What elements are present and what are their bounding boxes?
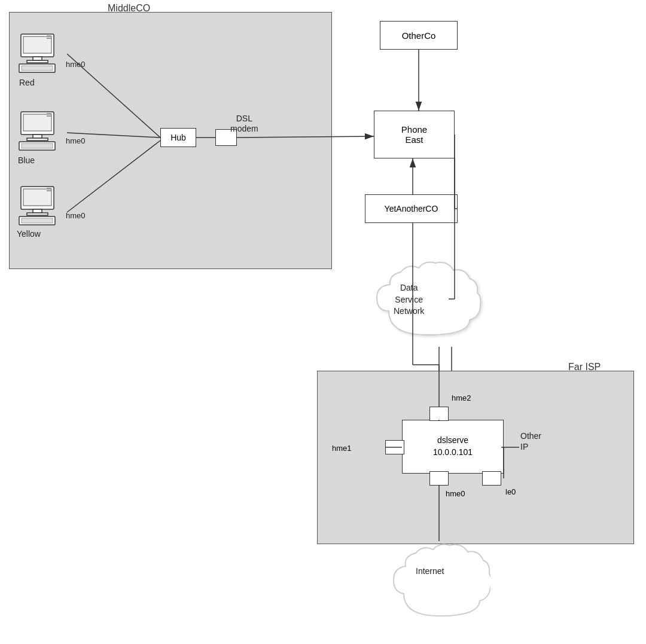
red-hme-label: hme0 [66,60,86,69]
svg-rect-2 [33,57,42,60]
otherco-box: OtherCo [380,21,458,50]
other-ip-label: OtherIP [520,431,541,452]
le0-label: le0 [505,487,516,496]
phone-east-label: PhoneEast [401,124,427,145]
red-label: Red [19,78,35,87]
yellow-label: Yellow [17,229,41,239]
dslserve-box: dslserve10.0.0.101 [402,420,504,474]
farisp-label: Far ISP [568,362,601,373]
internet-cloud: Internet [389,541,490,625]
hub-box: Hub [160,128,196,147]
svg-rect-14 [47,113,51,114]
data-service-cloud: DataServiceNetwork [371,257,484,347]
svg-rect-17 [23,189,51,206]
computer-yellow [18,185,66,227]
svg-rect-21 [22,218,53,223]
svg-rect-9 [23,114,51,131]
svg-rect-19 [27,213,48,215]
svg-rect-15 [47,115,51,117]
data-service-label: DataServiceNetwork [394,283,424,316]
svg-rect-11 [27,138,48,141]
hme2-port [429,407,449,421]
computer-blue [18,111,66,152]
dslserve-label: dslserve10.0.0.101 [433,435,473,458]
hme1-label: hme1 [332,444,352,453]
svg-rect-1 [23,36,51,53]
svg-rect-5 [22,66,53,71]
phone-east-box: PhoneEast [374,111,455,158]
svg-rect-18 [33,209,42,213]
blue-label: Blue [18,155,35,165]
le0-port [482,471,501,486]
internet-label: Internet [416,566,444,576]
svg-rect-22 [47,188,51,189]
computer-red [18,33,66,75]
svg-rect-13 [22,144,53,148]
svg-rect-23 [47,190,51,191]
hme2-label: hme2 [452,393,471,402]
svg-rect-10 [33,135,42,138]
hme0-dslserve-label: hme0 [446,489,465,498]
yetanotherco-box: YetAnotherCO [365,194,458,223]
hme0-port-dslserve [429,471,449,486]
yellow-hme-label: hme0 [66,211,86,220]
dsl-modem-label: DSLmodem [230,114,258,134]
yetanotherco-label: YetAnotherCO [385,204,438,213]
svg-rect-3 [27,60,48,63]
blue-hme-label: hme0 [66,136,86,145]
svg-rect-6 [47,35,51,36]
hub-label: Hub [170,133,186,142]
diagram-container: MiddleCO Far ISP Red hme0 [0,0,646,644]
hme1-port [385,440,404,454]
svg-rect-7 [47,38,51,39]
middleco-label: MiddleCO [108,3,150,14]
otherco-label: OtherCo [402,30,436,41]
